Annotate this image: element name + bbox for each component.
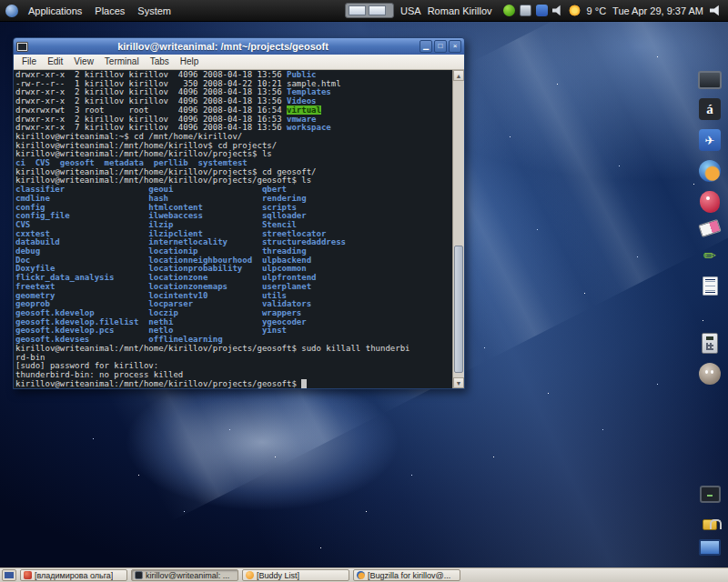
minimize-button[interactable]: ▁ <box>420 40 432 53</box>
clock[interactable]: Tue Apr 29, 9:37 AM <box>612 5 703 16</box>
top-panel: Applications Places System USA Roman Kir… <box>0 0 728 22</box>
titlebar[interactable]: kirillov@writeanimal: /mnt~/projects/geo… <box>14 38 464 55</box>
show-desktop-button[interactable] <box>2 569 16 581</box>
keyboard-layout-indicator[interactable]: USA <box>400 5 421 16</box>
terminal-cursor <box>301 379 306 388</box>
network-icon[interactable] <box>520 5 531 16</box>
display-icon[interactable] <box>698 71 722 89</box>
chat-icon <box>24 571 32 579</box>
taskbar-item-label: [владимирова ольга] <box>35 571 113 580</box>
document-icon[interactable] <box>703 276 718 296</box>
scrollbar[interactable]: ▲ ▼ <box>452 70 464 388</box>
window-controls: ▁□× <box>418 40 461 53</box>
parrot-icon[interactable] <box>700 191 720 213</box>
window-thumbnail[interactable] <box>369 5 386 15</box>
weather-temperature[interactable]: 9 °C <box>587 5 607 16</box>
presence-icon[interactable] <box>503 5 515 16</box>
eraser-icon[interactable] <box>698 219 721 237</box>
taskbar-item-label: [Bugzilla for kirillov@... <box>368 571 450 580</box>
terminal-window-icon[interactable] <box>16 42 28 52</box>
menu-tabs[interactable]: Tabs <box>145 55 175 69</box>
menu-applications[interactable]: Applications <box>22 0 88 22</box>
lock-icon[interactable] <box>703 519 717 530</box>
volume-icon[interactable] <box>552 5 564 16</box>
close-button[interactable]: × <box>449 40 461 53</box>
dock-group-a: á✈✏ <box>696 71 723 296</box>
terminal-body: drwxr-xr-x 2 kirillov kirillov 4096 2008… <box>14 70 464 388</box>
airplane-icon[interactable]: ✈ <box>699 129 721 151</box>
menu-system[interactable]: System <box>131 0 177 22</box>
maximize-button[interactable]: □ <box>434 40 447 53</box>
scroll-down-icon[interactable]: ▼ <box>453 377 464 388</box>
taskbar-item[interactable]: kirillov@writeanimal: ... <box>131 569 238 581</box>
monitor-icon[interactable] <box>699 539 721 556</box>
terminal-line: kirillov@writeanimal:/mnt/home/kirillov/… <box>15 380 452 388</box>
taskbar-item[interactable]: [Bugzilla for kirillov@... <box>353 569 460 581</box>
gnome-logo-icon <box>5 5 18 17</box>
calculator-icon[interactable] <box>702 333 718 354</box>
bottom-panel: [владимирова ольга]kirillov@writeanimal:… <box>0 567 728 582</box>
taskbar-item[interactable]: [владимирова ольга] <box>20 569 127 581</box>
scroll-up-icon[interactable]: ▲ <box>453 70 464 81</box>
menu-view[interactable]: View <box>68 55 99 69</box>
bluetooth-icon[interactable] <box>536 5 548 16</box>
taskbar-item-label: kirillov@writeanimal: ... <box>146 571 229 580</box>
speaker-icon[interactable] <box>710 5 723 16</box>
taskbar-item[interactable]: [Buddy List] <box>242 569 349 581</box>
taskbar-item-label: [Buddy List] <box>257 571 299 580</box>
firefox-icon[interactable] <box>699 160 721 182</box>
character-a-icon[interactable]: á <box>699 98 721 120</box>
terminal-line: kirillov@writeanimal:/mnt/home/kirillov/… <box>15 345 452 354</box>
panel-menu-bar: Applications Places System <box>0 0 177 21</box>
gimp-icon[interactable] <box>699 363 721 385</box>
pencil-icon[interactable]: ✏ <box>698 244 722 267</box>
menu-file[interactable]: File <box>16 55 42 69</box>
menu-terminal[interactable]: Terminal <box>99 55 145 69</box>
terminal-window: kirillov@writeanimal: /mnt~/projects/geo… <box>13 37 465 389</box>
buddy-icon <box>246 571 254 579</box>
weather-sun-icon[interactable] <box>569 5 581 16</box>
user-switcher[interactable]: Roman Kirillov <box>428 5 492 16</box>
dock-group-b <box>696 333 723 385</box>
window-thumbnail[interactable] <box>349 5 366 15</box>
menu-places[interactable]: Places <box>88 0 131 22</box>
window-title: kirillov@writeanimal: /mnt~/projects/geo… <box>28 41 418 52</box>
terminal-output[interactable]: drwxr-xr-x 2 kirillov kirillov 4096 2008… <box>14 70 452 388</box>
terminal-icon <box>135 571 143 579</box>
dock-group-c <box>696 486 723 556</box>
scrollbar-thumb[interactable] <box>454 246 463 373</box>
terminal-launcher-icon[interactable] <box>700 486 721 503</box>
desktop: Applications Places System USA Roman Kir… <box>0 0 728 582</box>
menu-edit[interactable]: Edit <box>42 55 68 69</box>
menu-help[interactable]: Help <box>175 55 205 69</box>
taskbar: [владимирова ольга]kirillov@writeanimal:… <box>20 569 726 581</box>
terminal-menubar: FileEditViewTerminalTabsHelp <box>14 55 464 70</box>
window-selector-applet[interactable] <box>345 3 394 18</box>
panel-right-area: USA Roman Kirillov 9 °C Tue Apr 29, 9:37… <box>345 3 728 18</box>
firefox-small-icon <box>357 571 365 579</box>
system-tray <box>499 5 581 16</box>
